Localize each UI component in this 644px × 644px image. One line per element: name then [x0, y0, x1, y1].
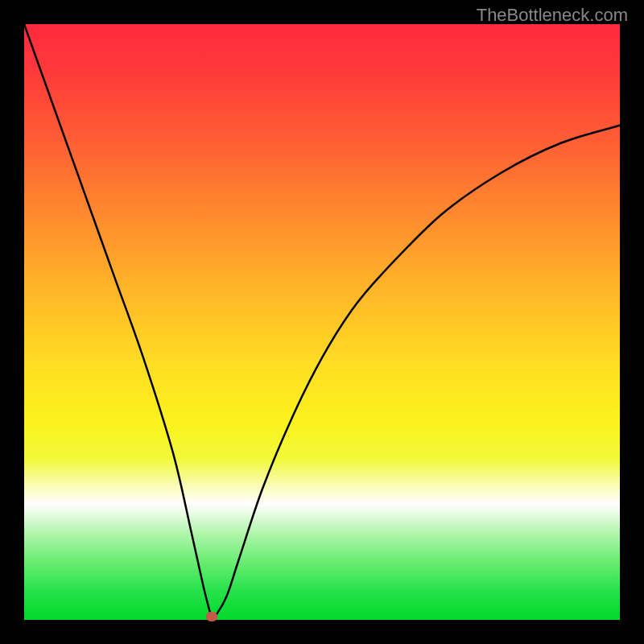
chart-container: TheBottleneck.com [0, 0, 644, 644]
optimal-point-marker [206, 612, 217, 621]
watermark-text: TheBottleneck.com [477, 5, 628, 26]
plot-area [24, 24, 620, 620]
bottleneck-curve [24, 24, 620, 620]
